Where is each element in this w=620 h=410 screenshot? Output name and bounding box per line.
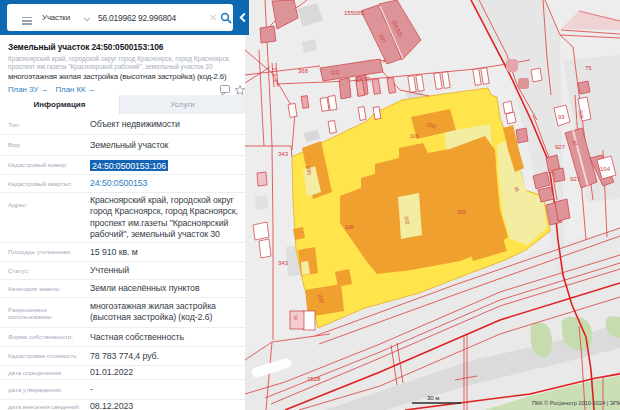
svg-text:108: 108 — [345, 224, 354, 230]
svg-text:106: 106 — [410, 133, 419, 139]
svg-text:368: 368 — [298, 68, 309, 74]
svg-text:155065: 155065 — [344, 10, 365, 16]
svg-text:30 м: 30 м — [427, 395, 439, 401]
svg-text:93: 93 — [558, 114, 565, 120]
svg-text:927: 927 — [570, 176, 581, 182]
svg-text:ПКК © Росреестр 2010-2024 | ЭП: ПКК © Росреестр 2010-2024 | ЭПК — [532, 400, 620, 406]
svg-text:202: 202 — [457, 209, 466, 215]
svg-text:927: 927 — [555, 144, 566, 150]
svg-text:(у1): (у1) — [331, 69, 340, 75]
svg-text:75: 75 — [585, 65, 592, 71]
svg-text:(24:50): (24:50) — [355, 76, 371, 82]
svg-text:104: 104 — [600, 166, 611, 172]
svg-text:343: 343 — [278, 260, 289, 266]
svg-text:1528: 1528 — [307, 376, 321, 382]
svg-text:343: 343 — [278, 151, 289, 157]
